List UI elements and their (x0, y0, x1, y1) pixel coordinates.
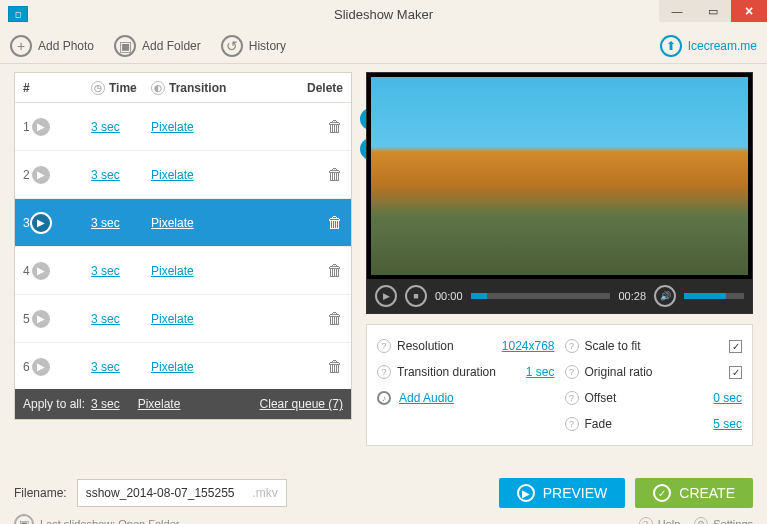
app-icon: ◻ (8, 6, 28, 22)
apply-transition-link[interactable]: Pixelate (138, 397, 181, 411)
add-folder-button[interactable]: ▣ Add Folder (114, 35, 201, 57)
time-link[interactable]: 3 sec (91, 264, 120, 278)
delete-button[interactable]: 🗑 (327, 310, 343, 328)
settings-pane: ? Resolution 1024x768 ? Scale to fit ✓ ?… (366, 324, 753, 446)
play-overlay-icon: ▶ (30, 164, 52, 186)
play-overlay-icon: ▶ (30, 212, 52, 234)
time-total: 00:28 (618, 290, 646, 302)
fade-value[interactable]: 5 sec (713, 417, 742, 431)
time-link[interactable]: 3 sec (91, 168, 120, 182)
transition-link[interactable]: Pixelate (151, 120, 194, 134)
col-delete: Delete (293, 81, 343, 95)
history-label: History (249, 39, 286, 53)
apply-time-link[interactable]: 3 sec (91, 397, 120, 411)
brand-icon: ⬆ (660, 35, 682, 57)
add-audio-link[interactable]: Add Audio (399, 391, 454, 405)
preview-button[interactable]: ▶ PREVIEW (499, 478, 626, 508)
minimize-button[interactable]: — (659, 0, 695, 22)
add-photo-label: Add Photo (38, 39, 94, 53)
apply-all-label: Apply to all: (23, 397, 91, 411)
play-overlay-icon: ▶ (30, 356, 52, 378)
col-time[interactable]: ◷Time (91, 81, 151, 95)
help-label: Help (658, 518, 681, 524)
fade-label: Fade (585, 417, 612, 431)
settings-button[interactable]: ⚙ Settings (694, 517, 753, 524)
delete-button[interactable]: 🗑 (327, 262, 343, 280)
create-button[interactable]: ✓ CREATE (635, 478, 753, 508)
folder-open-icon: ▣ (14, 514, 34, 524)
preview-image (371, 77, 748, 275)
offset-value[interactable]: 0 sec (713, 391, 742, 405)
help-icon[interactable]: ? (377, 339, 391, 353)
folder-icon: ▣ (114, 35, 136, 57)
filename-label: Filename: (14, 486, 67, 500)
col-num: # (23, 81, 41, 95)
help-icon[interactable]: ? (565, 339, 579, 353)
transition-link[interactable]: Pixelate (151, 216, 194, 230)
transition-link[interactable]: Pixelate (151, 168, 194, 182)
titlebar: ◻ Slideshow Maker — ▭ × (0, 0, 767, 28)
close-button[interactable]: × (731, 0, 767, 22)
scale-checkbox[interactable]: ✓ (729, 340, 742, 353)
play-icon: ▶ (517, 484, 535, 502)
time-link[interactable]: 3 sec (91, 120, 120, 134)
transition-link[interactable]: Pixelate (151, 312, 194, 326)
play-overlay-icon: ▶ (30, 260, 52, 282)
transition-link[interactable]: Pixelate (151, 264, 194, 278)
help-button[interactable]: ? Help (639, 517, 681, 524)
time-link[interactable]: 3 sec (91, 216, 120, 230)
delete-button[interactable]: 🗑 (327, 166, 343, 184)
check-icon: ✓ (653, 484, 671, 502)
photo-table: # ◷Time ◐Transition Delete 1▶3 secPixela… (14, 72, 352, 420)
table-row[interactable]: 4▶3 secPixelate🗑 (15, 247, 351, 295)
table-row[interactable]: 5▶3 secPixelate🗑 (15, 295, 351, 343)
filename-input[interactable]: sshow_2014-08-07_155255 .mkv (77, 479, 287, 507)
delete-button[interactable]: 🗑 (327, 214, 343, 232)
audio-icon: ♪ (377, 391, 391, 405)
play-button[interactable]: ▶ (375, 285, 397, 307)
table-row[interactable]: 3▶3 secPixelate🗑 (15, 199, 351, 247)
time-link[interactable]: 3 sec (91, 312, 120, 326)
maximize-button[interactable]: ▭ (695, 0, 731, 22)
brand-label: Icecream.me (688, 39, 757, 53)
clock-icon: ◷ (91, 81, 105, 95)
last-slideshow-link[interactable]: Last slideshow: Open Folder (40, 518, 179, 524)
help-icon: ? (639, 517, 653, 524)
history-icon: ↺ (221, 35, 243, 57)
filename-ext: .mkv (252, 486, 277, 500)
help-icon[interactable]: ? (377, 365, 391, 379)
volume-bar[interactable] (684, 293, 744, 299)
table-row[interactable]: 6▶3 secPixelate🗑 (15, 343, 351, 391)
table-row[interactable]: 2▶3 secPixelate🗑 (15, 151, 351, 199)
transition-dur-value[interactable]: 1 sec (526, 365, 555, 379)
create-label: CREATE (679, 485, 735, 501)
offset-label: Offset (585, 391, 617, 405)
player-bar: ▶ ■ 00:00 00:28 🔊 (367, 279, 752, 313)
delete-button[interactable]: 🗑 (327, 358, 343, 376)
ratio-checkbox[interactable]: ✓ (729, 366, 742, 379)
toolbar: + Add Photo ▣ Add Folder ↺ History ⬆ Ice… (0, 28, 767, 64)
mute-button[interactable]: 🔊 (654, 285, 676, 307)
window-title: Slideshow Maker (334, 7, 433, 22)
history-button[interactable]: ↺ History (221, 35, 286, 57)
stop-button[interactable]: ■ (405, 285, 427, 307)
delete-button[interactable]: 🗑 (327, 118, 343, 136)
clear-queue-link[interactable]: Clear queue (7) (260, 397, 343, 411)
col-transition[interactable]: ◐Transition (151, 81, 261, 95)
resolution-value[interactable]: 1024x768 (502, 339, 555, 353)
transition-link[interactable]: Pixelate (151, 360, 194, 374)
help-icon[interactable]: ? (565, 417, 579, 431)
help-icon[interactable]: ? (565, 391, 579, 405)
help-icon[interactable]: ? (565, 365, 579, 379)
table-row[interactable]: 1▶3 secPixelate🗑 (15, 103, 351, 151)
brand-link[interactable]: ⬆ Icecream.me (660, 35, 757, 57)
add-folder-label: Add Folder (142, 39, 201, 53)
play-overlay-icon: ▶ (30, 116, 52, 138)
filename-value: sshow_2014-08-07_155255 (86, 486, 235, 500)
transition-dur-label: Transition duration (397, 365, 496, 379)
time-link[interactable]: 3 sec (91, 360, 120, 374)
seek-bar[interactable] (471, 293, 611, 299)
settings-label: Settings (713, 518, 753, 524)
resolution-label: Resolution (397, 339, 454, 353)
add-photo-button[interactable]: + Add Photo (10, 35, 94, 57)
